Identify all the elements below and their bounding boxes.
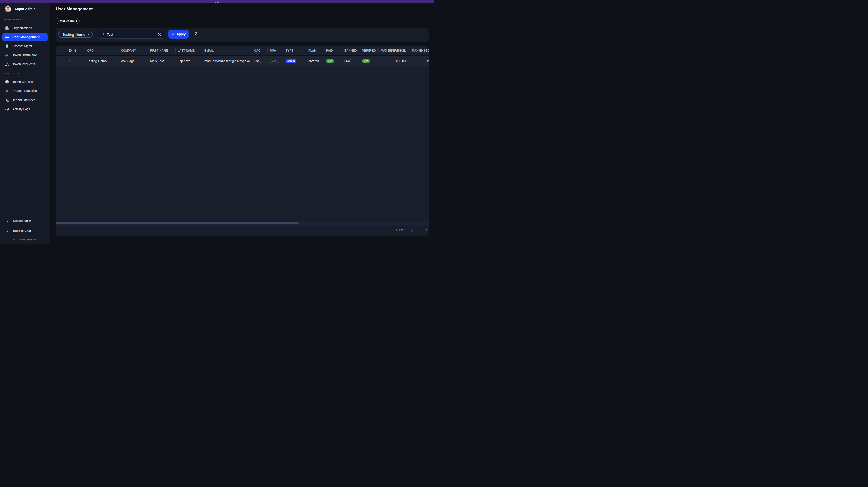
svg-text:$: $ [7,62,8,64]
